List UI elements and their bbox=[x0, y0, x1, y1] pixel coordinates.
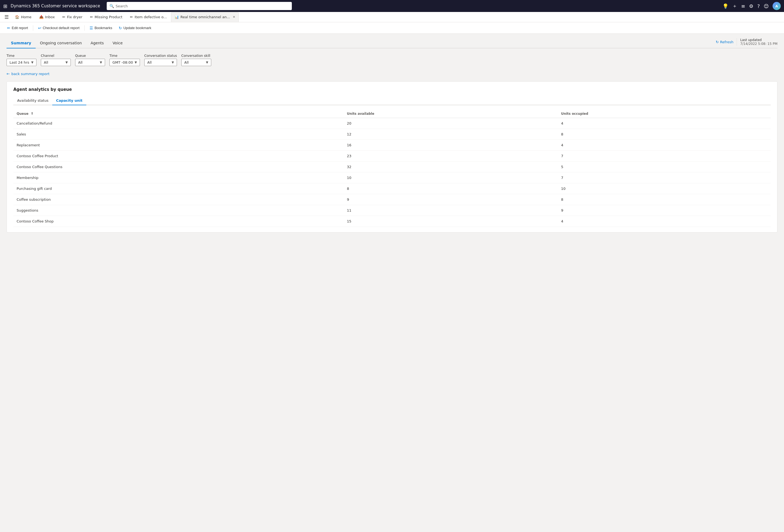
pencil-icon-2: ✏ bbox=[90, 15, 93, 19]
cell-queue-4: Contoso Coffee Questions bbox=[13, 161, 343, 172]
report-tab-summary[interactable]: Summary bbox=[6, 38, 36, 49]
filter-channel-label: Channel bbox=[41, 54, 71, 58]
hamburger-button[interactable]: ☰ bbox=[2, 13, 11, 21]
last-updated-label: Last updated bbox=[740, 38, 778, 42]
tab-inbox[interactable]: 📥 Inbox bbox=[36, 12, 58, 22]
inner-tabs: Availability status Capacity unit bbox=[13, 96, 771, 105]
table-row: Replacement 16 4 bbox=[13, 140, 771, 151]
search-icon: 🔍 bbox=[109, 4, 114, 8]
filter-conv-skill-label: Conversation skill bbox=[181, 54, 211, 58]
report-tab-voice[interactable]: Voice bbox=[108, 38, 127, 49]
home-icon: 🏠 bbox=[15, 15, 19, 19]
cell-units-occupied-0: 4 bbox=[558, 118, 771, 129]
cell-units-occupied-2: 4 bbox=[558, 140, 771, 151]
back-arrow-icon: ← bbox=[6, 71, 10, 76]
filter-channel-select[interactable]: All ▼ bbox=[41, 59, 71, 66]
checkout-default-button[interactable]: ↩ Checkout default report bbox=[35, 25, 82, 32]
search-placeholder: Search bbox=[116, 4, 128, 8]
lightbulb-icon[interactable]: 💡 bbox=[723, 3, 728, 9]
report-tab-agents[interactable]: Agents bbox=[86, 38, 108, 49]
edit-report-label: Edit report bbox=[12, 26, 28, 30]
filter-channel: Channel All ▼ bbox=[41, 54, 71, 66]
bookmarks-label: Bookmarks bbox=[94, 26, 112, 30]
cell-units-available-7: 9 bbox=[343, 194, 558, 205]
brand-sub: Customer service workspace bbox=[40, 3, 100, 8]
avatar[interactable]: A bbox=[773, 2, 781, 10]
cell-units-occupied-3: 7 bbox=[558, 151, 771, 161]
chart-icon: 📊 bbox=[174, 15, 179, 19]
checkout-icon: ↩ bbox=[38, 26, 41, 30]
report-tab-ongoing[interactable]: Ongoing conversation bbox=[36, 38, 86, 49]
col-units-available: Units available bbox=[343, 110, 558, 118]
agent-analytics-card: Agent analytics by queue Availability st… bbox=[6, 81, 778, 233]
cell-units-available-8: 11 bbox=[343, 205, 558, 216]
filter-conv-status-chevron: ▼ bbox=[172, 61, 174, 64]
report-tab-actions: ↻ Refresh Last updated 7/14/2022 5:08: 1… bbox=[716, 38, 778, 48]
bookmarks-icon: ☰ bbox=[89, 26, 93, 30]
tab-home[interactable]: 🏠 Home bbox=[11, 12, 35, 22]
refresh-icon: ↻ bbox=[716, 40, 719, 44]
refresh-button[interactable]: ↻ Refresh bbox=[716, 40, 733, 44]
cell-queue-9: Contoso Coffee Shop bbox=[13, 216, 343, 227]
last-updated-date: 7/14/2022 5:08: 15 PM bbox=[740, 42, 778, 46]
filter-timezone-value: GMT -08:00 bbox=[112, 60, 133, 64]
cell-queue-1: Sales bbox=[13, 129, 343, 140]
search-bar[interactable]: 🔍 Search bbox=[107, 2, 292, 10]
refresh-label: Refresh bbox=[720, 40, 733, 44]
filter-time: Time Last 24 hrs ▼ bbox=[6, 54, 36, 66]
help-icon[interactable]: ? bbox=[757, 3, 760, 9]
filter-conv-status-select[interactable]: All ▼ bbox=[144, 59, 177, 66]
filter-timezone-select[interactable]: GMT -08:00 ▼ bbox=[109, 59, 140, 66]
inner-tab-capacity[interactable]: Capacity unit bbox=[52, 96, 86, 105]
cell-units-occupied-7: 8 bbox=[558, 194, 771, 205]
filter-queue-chevron: ▼ bbox=[100, 61, 102, 64]
tab-missing-product[interactable]: ✏ Missing Product bbox=[87, 12, 126, 22]
bookmarks-button[interactable]: ☰ Bookmarks bbox=[87, 25, 115, 32]
brand-name: Dynamics 365 Customer service workspace bbox=[10, 3, 100, 8]
cell-units-available-5: 10 bbox=[343, 172, 558, 183]
filter-conv-skill-select[interactable]: All ▼ bbox=[181, 59, 211, 66]
back-label: back summary report bbox=[11, 72, 50, 76]
report-tabs: Summary Ongoing conversation Agents Voic… bbox=[6, 38, 778, 49]
cell-units-occupied-6: 10 bbox=[558, 183, 771, 194]
cell-queue-0: Cancellation/Refund bbox=[13, 118, 343, 129]
tab-item-defective[interactable]: ✏ Item defective o... bbox=[127, 12, 170, 22]
tab-real-time[interactable]: 📊 Real time omnichannel an... ✕ bbox=[171, 12, 239, 22]
app-grid-icon[interactable]: ⊞ bbox=[3, 3, 7, 9]
top-nav: ⊞ Dynamics 365 Customer service workspac… bbox=[0, 0, 784, 12]
notifications-icon[interactable]: 😊 bbox=[763, 3, 769, 9]
cell-units-occupied-5: 7 bbox=[558, 172, 771, 183]
tab-fix-dryer[interactable]: ✏ Fix dryer bbox=[59, 12, 86, 22]
pencil-icon: ✏ bbox=[62, 15, 65, 19]
tab-real-time-close[interactable]: ✕ bbox=[233, 15, 235, 19]
filter-conv-skill: Conversation skill All ▼ bbox=[181, 54, 211, 66]
tab-real-time-label: Real time omnichannel an... bbox=[180, 15, 230, 19]
table-row: Membership 10 7 bbox=[13, 172, 771, 183]
cell-queue-3: Contoso Coffee Product bbox=[13, 151, 343, 161]
top-nav-actions: 💡 ＋ ≡ ⚙ ? 😊 A bbox=[723, 2, 781, 10]
cell-units-available-4: 32 bbox=[343, 161, 558, 172]
update-bookmark-button[interactable]: ↻ Update bookmark bbox=[116, 25, 154, 32]
table-row: Purchasing gift card 8 10 bbox=[13, 183, 771, 194]
menu-lines-icon[interactable]: ≡ bbox=[741, 3, 745, 9]
cell-queue-6: Purchasing gift card bbox=[13, 183, 343, 194]
plus-icon[interactable]: ＋ bbox=[732, 3, 737, 9]
filter-conv-status-label: Conversation status bbox=[144, 54, 177, 58]
col-queue[interactable]: Queue ↑ bbox=[13, 110, 343, 118]
update-bookmark-icon: ↻ bbox=[119, 26, 122, 30]
tab-home-label: Home bbox=[21, 15, 31, 19]
inner-tab-availability[interactable]: Availability status bbox=[13, 96, 52, 105]
filter-queue-select[interactable]: All ▼ bbox=[75, 59, 105, 66]
edit-report-button[interactable]: ✏ Edit report bbox=[4, 25, 31, 32]
tab-inbox-label: Inbox bbox=[45, 15, 55, 19]
settings-icon[interactable]: ⚙ bbox=[749, 3, 754, 9]
cell-units-available-2: 16 bbox=[343, 140, 558, 151]
filter-time-select[interactable]: Last 24 hrs ▼ bbox=[6, 59, 36, 66]
col-units-occupied: Units occupied bbox=[558, 110, 771, 118]
cell-queue-2: Replacement bbox=[13, 140, 343, 151]
cell-queue-7: Coffee subscription bbox=[13, 194, 343, 205]
back-summary-link[interactable]: ← back summary report bbox=[6, 71, 778, 76]
filter-conv-status: Conversation status All ▼ bbox=[144, 54, 177, 66]
capacity-table: Queue ↑ Units available Units occupied C… bbox=[13, 110, 771, 227]
filter-time-label: Time bbox=[6, 54, 36, 58]
